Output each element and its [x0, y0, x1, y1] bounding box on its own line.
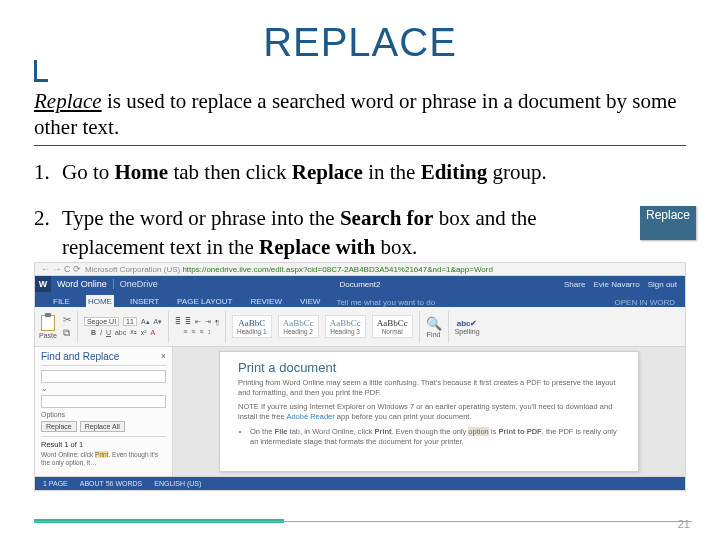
tab-view[interactable]: VIEW	[298, 295, 322, 307]
tab-insert[interactable]: INSERT	[128, 295, 161, 307]
pane-close-icon[interactable]: ×	[161, 351, 166, 361]
font-shrink-icon[interactable]: A▾	[154, 318, 163, 326]
paragraph-group: ≣ ≣ ⇤ ⇥ ¶ ≡ ≡ ≡ ↕	[175, 318, 219, 335]
location-crumb[interactable]: OneDrive	[114, 279, 164, 289]
search-for-input[interactable]	[41, 370, 166, 383]
expand-icon[interactable]: ⌄	[41, 384, 166, 393]
word-online-screenshot: ← → C ⟳ Microsoft Corporation (US) https…	[34, 262, 686, 496]
step-number: 1.	[34, 158, 62, 186]
bold-button[interactable]: B	[91, 329, 96, 336]
replace-badge: Replace	[640, 206, 696, 240]
browser-bar: ← → C ⟳ Microsoft Corporation (US) https…	[34, 262, 686, 276]
paste-button[interactable]: Paste	[39, 315, 57, 339]
doc-list-item: On the File tab, in Word Online, click P…	[250, 427, 620, 448]
share-button[interactable]: Share	[564, 280, 585, 289]
status-words[interactable]: ABOUT 56 WORDS	[80, 480, 143, 487]
style-heading2[interactable]: AaBbCcHeading 2	[278, 315, 319, 338]
replace-button[interactable]: Replace	[41, 421, 77, 432]
nav-icons[interactable]: ← → C ⟳	[41, 264, 81, 274]
divider-line	[34, 145, 686, 146]
line-spacing-icon[interactable]: ↕	[208, 328, 212, 335]
slide-footer-bar	[34, 520, 692, 522]
italic-button[interactable]: I	[100, 329, 102, 336]
open-in-word[interactable]: OPEN IN WORD	[615, 298, 685, 307]
indent-dec-icon[interactable]: ⇤	[195, 318, 201, 326]
sup-button[interactable]: x²	[141, 329, 147, 336]
options-link[interactable]: Options	[41, 411, 166, 418]
intro-rest: is used to replace a searched word or ph…	[34, 89, 677, 139]
cut-icon[interactable]: ✂	[63, 314, 71, 325]
tab-review[interactable]: REVIEW	[248, 295, 284, 307]
adobe-reader-link[interactable]: Adobe Reader	[286, 412, 334, 421]
find-icon: 🔍	[426, 316, 442, 331]
tab-home[interactable]: HOME	[86, 295, 114, 307]
word-logo-icon: W	[35, 276, 51, 292]
align-right-icon[interactable]: ≡	[199, 328, 203, 335]
step-number: 2.	[34, 204, 62, 261]
status-bar: 1 PAGE ABOUT 56 WORDS ENGLISH (US)	[34, 477, 686, 491]
result-count: Result 1 of 1	[41, 436, 166, 449]
ribbon: Paste ✂ ⧉ Segoe UI 11 A▴ A▾ B I U abc	[34, 307, 686, 347]
status-page[interactable]: 1 PAGE	[43, 480, 68, 487]
font-color-button[interactable]: A	[151, 329, 156, 336]
steps-list: 1. Go to Home tab then click Replace in …	[34, 158, 686, 279]
replace-all-button[interactable]: Replace All	[80, 421, 125, 432]
tab-file[interactable]: FILE	[51, 295, 72, 307]
document-canvas[interactable]: Print a document Printing from Word Onli…	[173, 347, 685, 476]
user-name[interactable]: Evie Navarro	[593, 280, 639, 289]
tell-me[interactable]: Tell me what you want to do	[336, 298, 435, 307]
style-normal[interactable]: AaBbCcNormal	[372, 315, 413, 338]
clipboard-icon	[41, 315, 55, 331]
slide-title: REPLACE	[0, 20, 720, 65]
spelling-icon: abc✔	[457, 319, 478, 328]
ribbon-tabs: FILE HOME INSERT PAGE LAYOUT REVIEW VIEW…	[34, 292, 686, 307]
address-bar[interactable]: Microsoft Corporation (US) https://onedr…	[85, 265, 493, 274]
doc-paragraph: Printing from Word Online may seem a lit…	[238, 378, 620, 398]
strike-button[interactable]: abc	[115, 329, 126, 336]
tab-page-layout[interactable]: PAGE LAYOUT	[175, 295, 234, 307]
copy-icon[interactable]: ⧉	[63, 327, 71, 339]
find-button[interactable]: 🔍 Find	[426, 316, 442, 338]
app-name: Word Online	[51, 279, 114, 289]
style-heading3[interactable]: AaBbCcHeading 3	[325, 315, 366, 338]
signout-link[interactable]: Sign out	[648, 280, 677, 289]
result-snippet[interactable]: Word Online: click Print. Even though it…	[41, 451, 166, 467]
align-left-icon[interactable]: ≡	[183, 328, 187, 335]
doc-heading: Print a document	[238, 360, 620, 375]
replace-with-input[interactable]	[41, 395, 166, 408]
document-page: Print a document Printing from Word Onli…	[219, 351, 639, 472]
status-language[interactable]: ENGLISH (US)	[154, 480, 201, 487]
font-size-select[interactable]: 11	[123, 317, 137, 326]
find-replace-pane: × Find and Replace ⌄ Options Replace Rep…	[35, 347, 173, 476]
pane-title: Find and Replace	[41, 351, 166, 366]
intro-lead: Replace	[34, 89, 102, 113]
sub-button[interactable]: x₂	[130, 328, 137, 336]
font-group: Segoe UI 11 A▴ A▾ B I U abc x₂ x² A	[84, 317, 162, 336]
step-1: 1. Go to Home tab then click Replace in …	[34, 158, 686, 186]
bullets-icon[interactable]: ≣	[175, 318, 181, 326]
corner-mark	[34, 60, 48, 82]
numbering-icon[interactable]: ≣	[185, 318, 191, 326]
intro-text: Replace is used to replace a searched wo…	[34, 88, 686, 141]
page-number: 21	[678, 518, 690, 530]
indent-inc-icon[interactable]: ⇥	[205, 318, 211, 326]
underline-button[interactable]: U	[106, 329, 111, 336]
doc-note: NOTE If you're using Internet Explorer o…	[238, 402, 620, 422]
word-title-bar: W Word Online OneDrive Document2 Share E…	[34, 276, 686, 292]
align-center-icon[interactable]: ≡	[191, 328, 195, 335]
font-select[interactable]: Segoe UI	[84, 317, 119, 326]
style-heading1[interactable]: AaBbCHeading 1	[232, 315, 272, 338]
step-2: 2. Type the word or phrase into the Sear…	[34, 204, 686, 261]
font-grow-icon[interactable]: A▴	[141, 318, 150, 326]
spelling-button[interactable]: abc✔ Spelling	[455, 319, 480, 335]
ltr-icon[interactable]: ¶	[215, 319, 219, 326]
